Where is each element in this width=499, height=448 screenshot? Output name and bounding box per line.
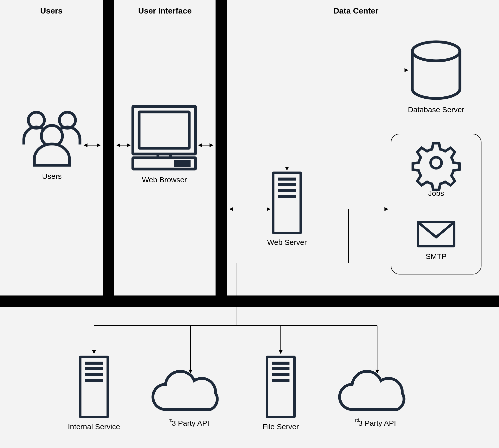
architecture-diagram: Users User Interface Data Center Users [0,0,499,448]
header-ui: User Interface [138,6,191,15]
svg-rect-6 [175,162,189,166]
smtp-label: SMTP [426,252,446,260]
third-party-api-label-2: 3 Party API [358,419,396,427]
header-users: Users [40,6,63,15]
divider-vertical-1 [103,0,114,295]
users-label: Users [42,172,62,180]
web-server-label: Web Server [267,238,307,246]
canvas-bg [0,0,499,448]
header-datacenter: Data Center [333,6,378,15]
file-server-label: File Server [262,422,299,431]
divider-horizontal [0,295,499,307]
web-browser-label: Web Browser [142,176,187,184]
third-party-api-sup-2: rd [355,418,359,423]
database-server-label: Database Server [408,105,464,114]
jobs-label: Jobs [428,189,444,197]
third-party-api-label-1: 3 Party API [172,419,209,427]
third-party-api-sup-1: rd [168,418,172,423]
divider-vertical-2 [216,0,227,295]
internal-service-label: Internal Service [68,422,120,431]
